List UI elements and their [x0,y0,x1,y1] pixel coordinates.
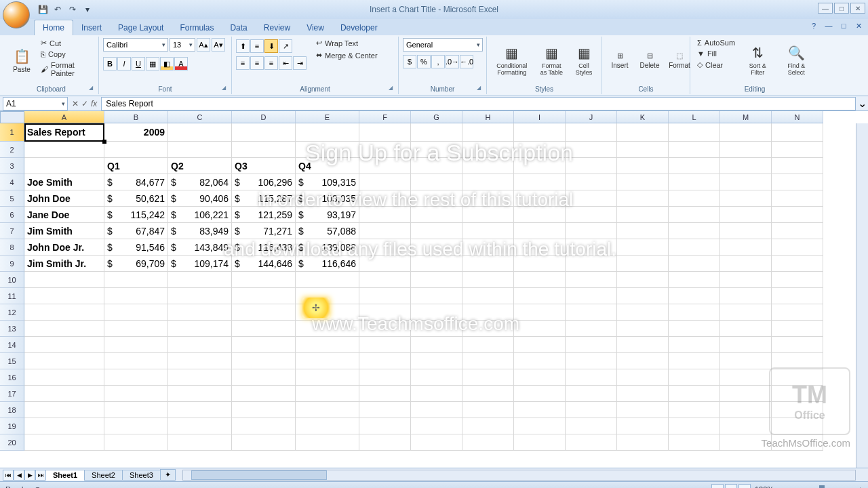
cell-B5[interactable]: $50,621 [104,190,168,207]
cell-E19[interactable] [296,418,359,434]
cell-J14[interactable] [566,337,617,353]
cell-L11[interactable] [669,288,720,304]
zoom-level[interactable]: 120% [755,485,774,489]
align-top-icon[interactable]: ⬆ [236,39,250,53]
cell-F5[interactable] [359,190,411,207]
cell-M19[interactable] [720,418,772,434]
cell-N14[interactable] [772,337,823,353]
cell-K7[interactable] [617,223,669,239]
maximize-button[interactable]: □ [834,3,849,14]
row-header-13[interactable]: 13 [0,321,24,337]
cell-L18[interactable] [669,402,720,418]
cell-M6[interactable] [720,207,772,223]
cell-C10[interactable] [168,272,232,288]
cell-L13[interactable] [669,321,720,337]
align-middle-icon[interactable]: ≡ [250,39,264,53]
cell-I20[interactable] [514,434,566,451]
row-header-20[interactable]: 20 [0,434,24,451]
cell-K11[interactable] [617,288,669,304]
cell-F2[interactable] [359,142,411,158]
formula-input[interactable]: Sales Report [101,97,856,110]
cell-F14[interactable] [359,337,411,353]
tab-review[interactable]: Review [256,20,298,35]
font-name-dropdown[interactable]: Calibri [103,38,168,52]
cell-A6[interactable]: Jane Doe [24,207,104,223]
find-select-button[interactable]: 🔍Find & Select [778,38,815,83]
cell-L6[interactable] [669,207,720,223]
cell-J1[interactable] [566,123,617,142]
cell-D2[interactable] [232,142,296,158]
cell-I12[interactable] [514,304,566,321]
cell-H13[interactable] [462,321,514,337]
cell-H2[interactable] [462,142,514,158]
clear-button[interactable]: ◇Clear [694,60,738,70]
cell-H1[interactable] [462,123,514,142]
cell-C16[interactable] [168,369,232,386]
cell-B19[interactable] [104,418,168,434]
cell-L14[interactable] [669,337,720,353]
cell-D15[interactable] [232,353,296,369]
cell-F10[interactable] [359,272,411,288]
cell-H20[interactable] [462,434,514,451]
cell-B8[interactable]: $91,546 [104,239,168,256]
cell-B12[interactable] [104,304,168,321]
cell-G18[interactable] [411,402,462,418]
cell-C15[interactable] [168,353,232,369]
col-header-D[interactable]: D [232,111,296,123]
cell-J6[interactable] [566,207,617,223]
cell-M3[interactable] [720,158,772,174]
cell-styles-button[interactable]: ▦Cell Styles [570,38,597,83]
row-header-12[interactable]: 12 [0,304,24,321]
row-header-14[interactable]: 14 [0,337,24,353]
sheet-nav-first-icon[interactable]: ⏮ [3,470,14,481]
cell-I18[interactable] [514,402,566,418]
cell-A7[interactable]: Jim Smith [24,223,104,239]
cell-H7[interactable] [462,223,514,239]
cell-F7[interactable] [359,223,411,239]
cell-E20[interactable] [296,434,359,451]
col-header-A[interactable]: A [24,111,104,123]
number-launcher-icon[interactable]: ◢ [477,85,485,93]
row-header-8[interactable]: 8 [0,239,24,256]
cell-G6[interactable] [411,207,462,223]
cell-M9[interactable] [720,256,772,272]
cell-A3[interactable] [24,158,104,174]
cell-I2[interactable] [514,142,566,158]
col-header-N[interactable]: N [772,111,823,123]
cell-M14[interactable] [720,337,772,353]
cell-G14[interactable] [411,337,462,353]
fill-color-button[interactable]: ◧ [160,57,174,70]
cell-H9[interactable] [462,256,514,272]
redo-icon[interactable]: ↷ [66,3,79,16]
cell-A8[interactable]: John Doe Jr. [24,239,104,256]
row-header-19[interactable]: 19 [0,418,24,434]
cell-F16[interactable] [359,369,411,386]
cell-K3[interactable] [617,158,669,174]
cell-N9[interactable] [772,256,823,272]
cell-K6[interactable] [617,207,669,223]
cell-D14[interactable] [232,337,296,353]
cell-C8[interactable]: $143,849 [168,239,232,256]
cell-N8[interactable] [772,239,823,256]
cell-K9[interactable] [617,256,669,272]
cell-J3[interactable] [566,158,617,174]
cell-N6[interactable] [772,207,823,223]
cell-L1[interactable] [669,123,720,142]
qat-more-icon[interactable]: ▾ [81,3,94,16]
cell-I16[interactable] [514,369,566,386]
cell-C1[interactable] [168,123,232,142]
percent-icon[interactable]: % [417,55,431,68]
cell-H4[interactable] [462,174,514,190]
cell-A16[interactable] [24,369,104,386]
cell-B4[interactable]: $84,677 [104,174,168,190]
cell-F9[interactable] [359,256,411,272]
cell-D6[interactable]: $121,259 [232,207,296,223]
cell-E13[interactable] [296,321,359,337]
cell-A12[interactable] [24,304,104,321]
cell-L7[interactable] [669,223,720,239]
cell-M7[interactable] [720,223,772,239]
cell-D20[interactable] [232,434,296,451]
fx-icon[interactable]: fx [91,99,97,108]
cell-N7[interactable] [772,223,823,239]
cell-M15[interactable] [720,353,772,369]
